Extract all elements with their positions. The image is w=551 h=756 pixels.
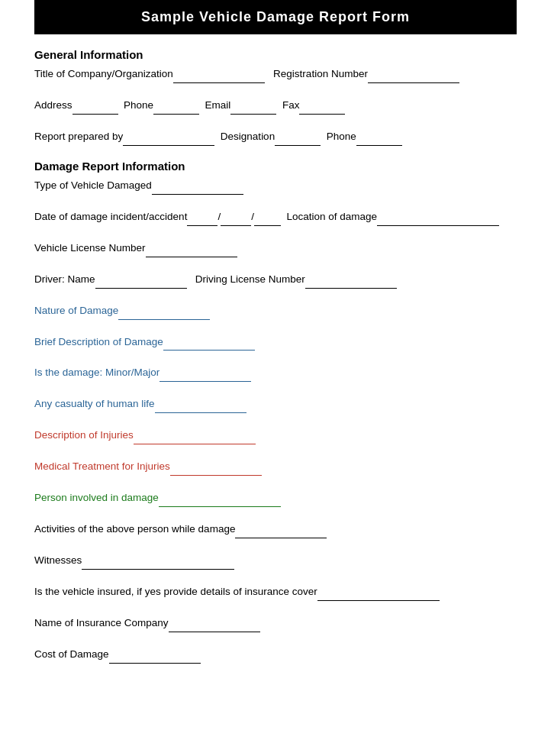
license-number-row: Vehicle License Number (34, 240, 517, 257)
activities-field[interactable] (235, 528, 327, 539)
casualty-field[interactable] (155, 403, 246, 414)
medical-treatment-row: Medical Treatment for Injuries (34, 458, 517, 476)
witnesses-field[interactable] (82, 560, 234, 570)
fax-field[interactable] (299, 104, 345, 115)
damage-severity-field[interactable] (160, 372, 251, 383)
vehicle-type-row: Type of Vehicle Damaged (34, 177, 517, 195)
page: Sample Vehicle Damage Report Form Genera… (0, 0, 551, 756)
nature-damage-row: Nature of Damage (34, 302, 517, 320)
date-label: Date of damage incident/accident (34, 211, 187, 222)
report-phone-label: Phone (327, 131, 356, 142)
phone-label: Phone (124, 99, 153, 111)
brief-description-label: Brief Description of Damage (34, 336, 163, 347)
insurance-company-label: Name of Insurance Company (34, 617, 169, 628)
license-number-field[interactable] (146, 247, 237, 257)
damage-info-section: Damage Report Information Type of Vehicl… (34, 160, 517, 664)
registration-field[interactable] (368, 73, 459, 83)
insurance-label: Is the vehicle insured, if yes provide d… (34, 586, 317, 597)
driving-license-label: Driving License Number (195, 273, 305, 285)
phone-field[interactable] (153, 104, 199, 115)
witnesses-row: Witnesses (34, 552, 517, 570)
company-label: Title of Company/Organization (34, 68, 173, 79)
email-field[interactable] (230, 104, 276, 115)
damage-info-title: Damage Report Information (34, 160, 517, 173)
fax-label: Fax (282, 99, 300, 111)
date-year-field[interactable] (254, 215, 281, 226)
medical-treatment-label: Medical Treatment for Injuries (34, 460, 170, 472)
injuries-description-field[interactable] (134, 435, 256, 445)
brief-description-field[interactable] (163, 341, 255, 351)
report-prepared-label: Report prepared by (34, 131, 123, 142)
location-field[interactable] (377, 215, 499, 226)
license-number-label: Vehicle License Number (34, 242, 146, 254)
damage-severity-label: Is the damage: Minor/Major (34, 367, 160, 378)
insurance-company-field[interactable] (169, 622, 260, 632)
registration-label: Registration Number (273, 68, 368, 79)
activities-label: Activities of the above person while dam… (34, 523, 235, 535)
email-label: Email (205, 99, 231, 111)
designation-label: Designation (221, 131, 275, 142)
general-info-title: General Information (34, 48, 517, 61)
driving-license-field[interactable] (305, 278, 397, 289)
driver-row: Driver: Name Driving License Number (34, 271, 517, 289)
injuries-description-label: Description of Injuries (34, 429, 134, 441)
report-phone-field[interactable] (356, 135, 402, 146)
address-label: Address (34, 99, 72, 111)
medical-treatment-field[interactable] (170, 466, 262, 477)
driver-name-field[interactable] (95, 278, 187, 289)
company-row: Title of Company/Organization Registrati… (34, 66, 517, 83)
date-month-field[interactable] (221, 215, 251, 226)
insurance-field[interactable] (317, 590, 440, 601)
brief-description-row: Brief Description of Damage (34, 334, 517, 351)
nature-damage-field[interactable] (118, 309, 210, 320)
casualty-label: Any casualty of human life (34, 398, 155, 409)
location-label: Location of damage (286, 211, 377, 222)
witnesses-label: Witnesses (34, 554, 82, 566)
injuries-description-row: Description of Injuries (34, 427, 517, 444)
cost-damage-row: Cost of Damage (34, 646, 517, 664)
designation-field[interactable] (275, 135, 321, 146)
casualty-row: Any casualty of human life (34, 396, 517, 413)
date-row: Date of damage incident/accident// Locat… (34, 208, 517, 226)
cost-damage-field[interactable] (109, 653, 201, 664)
date-day-field[interactable] (187, 215, 218, 226)
damage-severity-row: Is the damage: Minor/Major (34, 364, 517, 382)
person-involved-field[interactable] (159, 497, 281, 508)
vehicle-type-field[interactable] (152, 184, 243, 195)
form-title: Sample Vehicle Damage Report Form (34, 0, 517, 34)
report-prepared-field[interactable] (123, 135, 214, 146)
nature-damage-label: Nature of Damage (34, 305, 118, 316)
address-field[interactable] (72, 104, 118, 115)
vehicle-type-label: Type of Vehicle Damaged (34, 179, 152, 191)
driver-name-label: Driver: Name (34, 273, 95, 285)
company-field[interactable] (173, 73, 265, 83)
insurance-company-row: Name of Insurance Company (34, 615, 517, 632)
activities-row: Activities of the above person while dam… (34, 521, 517, 538)
insurance-row: Is the vehicle insured, if yes provide d… (34, 583, 517, 601)
address-row: Address Phone Email Fax (34, 97, 517, 115)
person-involved-row: Person involved in damage (34, 489, 517, 507)
person-involved-label: Person involved in damage (34, 492, 159, 503)
report-prepared-row: Report prepared by Designation Phone (34, 128, 517, 146)
general-info-section: General Information Title of Company/Org… (34, 48, 517, 146)
cost-damage-label: Cost of Damage (34, 648, 109, 660)
